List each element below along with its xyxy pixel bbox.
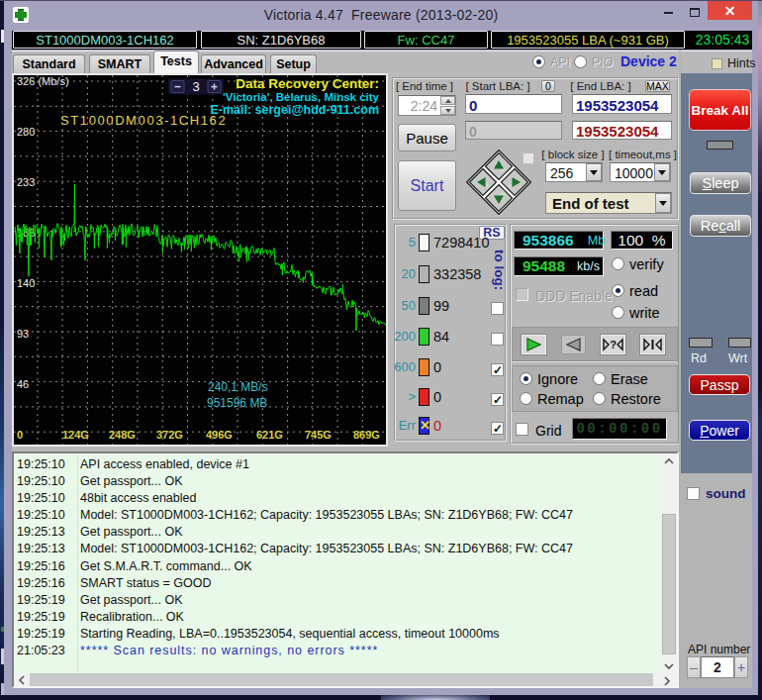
svg-text:372G: 372G [156,429,183,441]
svg-text:124G: 124G [62,429,89,441]
svg-text:140: 140 [17,277,35,289]
svg-text:93: 93 [17,328,29,340]
svg-text:'Victoria', Belarus, Minsk cit: 'Victoria', Belarus, Minsk city [223,91,380,103]
svg-text:240,1 MB/s: 240,1 MB/s [208,380,268,394]
svg-text:248G: 248G [109,429,136,441]
svg-text:Data Recovery Center:: Data Recovery Center: [236,76,379,91]
svg-text:326 (Mb/s): 326 (Mb/s) [17,75,69,87]
svg-text:496G: 496G [206,429,233,441]
svg-text:?: ? [610,339,617,350]
svg-text:233: 233 [17,176,35,188]
svg-text:E-mail: sergei@hdd-911.com: E-mail: sergei@hdd-911.com [210,103,379,117]
svg-text:951596 MB: 951596 MB [207,396,267,410]
svg-text:621G: 621G [256,429,283,441]
svg-text:46: 46 [17,378,29,390]
svg-text:ST1000DM003-1CH162: ST1000DM003-1CH162 [60,113,227,128]
svg-text:869G: 869G [353,429,380,441]
svg-text:280: 280 [17,126,35,138]
svg-text:3: 3 [192,79,199,94]
svg-text:745G: 745G [305,429,332,441]
svg-text:0: 0 [17,429,23,441]
